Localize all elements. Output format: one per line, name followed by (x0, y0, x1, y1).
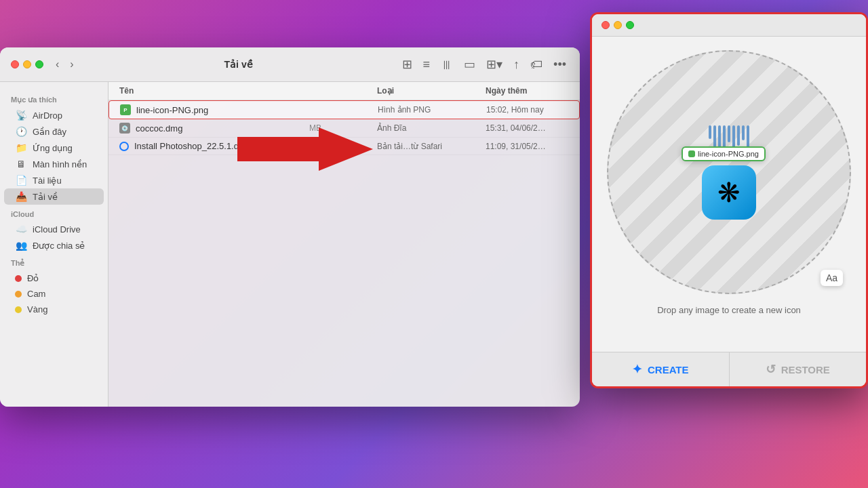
waveform-bar (737, 125, 740, 146)
sidebar-item-recents-label: Gần đây (33, 127, 66, 137)
waveform-bar (742, 125, 745, 140)
creator-body: line-icon-PNG.png ❋ Aa Drop any image to… (592, 37, 866, 352)
back-button[interactable]: ‹ (52, 57, 63, 72)
sidebar-item-downloads-label: Tải về (33, 192, 58, 202)
sidebar-item-tag-yellow[interactable]: Vàng (4, 302, 104, 317)
sidebar-item-icloud-drive-label: iCloud Drive (33, 224, 81, 235)
restore-icon: ↺ (766, 362, 776, 377)
label-dot (688, 150, 695, 157)
file-icon-download (119, 142, 129, 151)
icloud-drive-icon: ☁️ (15, 224, 27, 235)
airdrop-icon: 📡 (15, 110, 27, 121)
icon-view-button[interactable]: ⊞ (399, 56, 415, 73)
file-preview-icon: ❋ (702, 165, 756, 220)
tag-yellow-dot (15, 306, 22, 313)
creator-titlebar (592, 14, 866, 37)
sidebar-item-tag-orange[interactable]: Cam (4, 286, 104, 302)
shared-icon: 👥 (15, 240, 27, 251)
file-name: line-icon-PNG.png (136, 105, 208, 115)
sidebar-item-downloads[interactable]: 📥 Tải về (4, 188, 104, 205)
waveform-bar (747, 125, 749, 149)
col-header-type: Loại (377, 86, 486, 96)
sidebar: Mục ưa thích 📡 AirDrop 🕐 Gần đây 📁 Ứng d… (0, 82, 108, 407)
file-name: coccoc.dmg (136, 123, 182, 134)
file-icon-png: P (120, 104, 131, 115)
drop-instruction: Drop any image to create a new icon (657, 305, 801, 315)
icloud-label: iCloud (0, 205, 108, 221)
sidebar-item-tag-red[interactable]: Đỏ (4, 270, 104, 286)
col-header-size (309, 86, 377, 96)
desktop-icon: 🖥 (15, 159, 27, 169)
sidebar-item-airdrop[interactable]: 📡 AirDrop (4, 107, 104, 123)
file-date: 15:02, Hôm nay (486, 105, 580, 115)
docs-icon: 📄 (15, 175, 27, 186)
close-button[interactable] (11, 60, 19, 68)
gallery-view-button[interactable]: ▭ (461, 56, 478, 73)
drop-zone[interactable]: line-icon-PNG.png ❋ Aa (607, 50, 851, 294)
col-header-name: Tên (119, 86, 309, 96)
restore-button[interactable]: ↺ RESTORE (730, 352, 867, 386)
tags-label: Thẻ (0, 253, 108, 270)
file-label-text: line-icon-PNG.png (698, 150, 759, 158)
file-label-tag: line-icon-PNG.png (682, 146, 766, 161)
tag-orange-dot (15, 291, 22, 298)
finder-window: ‹ › Tải về ⊞ ≡ ⫼ ▭ ⊞▾ ↑ 🏷 ••• Mục ưa thí… (0, 47, 580, 407)
creator-footer: ✦ CREATE ↺ RESTORE (592, 352, 866, 386)
recents-icon: 🕐 (15, 126, 27, 137)
finder-titlebar: ‹ › Tải về ⊞ ≡ ⫼ ▭ ⊞▾ ↑ 🏷 ••• (0, 47, 580, 82)
creator-close-button[interactable] (601, 21, 610, 29)
sidebar-item-recents[interactable]: 🕐 Gần đây (4, 123, 104, 140)
more-button[interactable]: ••• (551, 56, 569, 73)
file-type: Hình ảnh PNG (378, 105, 486, 115)
table-row[interactable]: P line-icon-PNG.png Hình ảnh PNG 15:02, … (108, 100, 580, 119)
sidebar-item-tag-orange-label: Cam (27, 289, 45, 299)
sidebar-item-apps-label: Ứng dụng (33, 143, 73, 153)
drop-icon-container: line-icon-PNG.png ❋ (702, 125, 756, 220)
forward-button[interactable]: › (66, 57, 77, 72)
apps-icon: 📁 (15, 142, 27, 153)
tag-button[interactable]: 🏷 (528, 56, 545, 73)
sidebar-item-tag-yellow-label: Vàng (27, 304, 47, 314)
file-icon-dmg: 💿 (119, 123, 130, 134)
create-icon: ✦ (632, 362, 642, 377)
list-view-button[interactable]: ≡ (420, 56, 433, 73)
file-preview-wrapper: line-icon-PNG.png ❋ (702, 165, 756, 220)
file-name-cell: P line-icon-PNG.png (120, 104, 310, 115)
maximize-button[interactable] (35, 60, 43, 68)
drag-arrow (237, 122, 373, 176)
col-header-date: Ngày thêm (486, 86, 580, 96)
traffic-lights (11, 60, 43, 68)
file-type: Bản tải…từ Safari (377, 142, 486, 151)
favorites-label: Mục ưa thích (0, 90, 108, 107)
sidebar-item-airdrop-label: AirDrop (33, 110, 62, 121)
sidebar-item-icloud-drive[interactable]: ☁️ iCloud Drive (4, 221, 104, 237)
waveform-bar (709, 125, 711, 139)
create-label: CREATE (648, 364, 689, 375)
sidebar-item-apps[interactable]: 📁 Ứng dụng (4, 140, 104, 156)
sidebar-item-docs[interactable]: 📄 Tài liệu (4, 172, 104, 188)
finder-title: Tải về (86, 59, 391, 70)
creator-maximize-button[interactable] (626, 21, 634, 29)
sidebar-item-docs-label: Tài liệu (33, 176, 62, 186)
restore-label: RESTORE (781, 364, 830, 375)
sidebar-item-desktop[interactable]: 🖥 Màn hình nền (4, 156, 104, 172)
font-badge: Aa (821, 270, 843, 286)
minimize-button[interactable] (23, 60, 31, 68)
sidebar-item-shared[interactable]: 👥 Được chia sẻ (4, 237, 104, 253)
sidebar-item-desktop-label: Màn hình nền (33, 159, 87, 169)
tag-red-dot (15, 275, 22, 282)
sort-button[interactable]: ⊞▾ (484, 56, 505, 73)
nav-buttons: ‹ › (52, 57, 78, 72)
svg-marker-1 (237, 127, 373, 171)
toolbar-icons: ⊞ ≡ ⫼ ▭ ⊞▾ ↑ 🏷 ••• (399, 56, 569, 73)
waveform-bar (728, 125, 730, 142)
file-type: Ảnh Đĩa (377, 123, 486, 133)
creator-minimize-button[interactable] (614, 21, 622, 29)
file-date: 15:31, 04/06/2… (486, 123, 580, 133)
column-view-button[interactable]: ⫼ (438, 56, 456, 73)
create-button[interactable]: ✦ CREATE (592, 352, 730, 386)
waveform-bar (713, 125, 716, 147)
icon-creator-window: line-icon-PNG.png ❋ Aa Drop any image to… (590, 12, 868, 388)
share-button[interactable]: ↑ (511, 56, 522, 73)
sidebar-item-tag-red-label: Đỏ (27, 273, 39, 283)
